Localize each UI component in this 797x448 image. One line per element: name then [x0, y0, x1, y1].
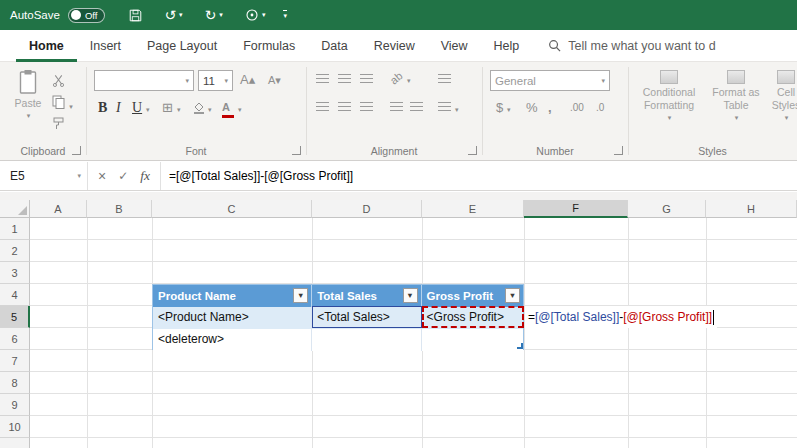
row-header-1[interactable]: 1	[0, 218, 30, 240]
fill-color-icon[interactable]	[192, 101, 205, 117]
tab-home[interactable]: Home	[16, 30, 77, 62]
autosave-toggle[interactable]: Off	[68, 8, 106, 23]
row-header-4[interactable]: 4	[0, 284, 30, 306]
undo-button[interactable]: ↺ ▾	[164, 8, 182, 22]
align-top-icon[interactable]	[316, 74, 329, 84]
column-header-b[interactable]: B	[87, 200, 152, 218]
tab-review[interactable]: Review	[361, 30, 428, 62]
touch-mouse-mode-button[interactable]: ▾	[245, 8, 266, 22]
align-right-icon[interactable]	[360, 102, 373, 112]
active-cell-editor[interactable]: =[@[Total Sales]]-[@[Gross Profit]]	[525, 306, 717, 328]
comma-style-icon[interactable]: ,	[548, 101, 552, 114]
row-header-10[interactable]: 10	[0, 416, 30, 438]
dialog-launcher-icon[interactable]	[468, 146, 477, 155]
column-header-h[interactable]: H	[706, 200, 797, 218]
font-name-select[interactable]: ▾	[94, 70, 194, 91]
conditional-formatting-button[interactable]: Conditional Formatting ▾	[634, 70, 704, 122]
row-header-3[interactable]: 3	[0, 262, 30, 284]
number-format-select[interactable]: General ▾	[490, 70, 610, 91]
row-header-11[interactable]	[0, 438, 30, 448]
row-header-7[interactable]: 7	[0, 350, 30, 372]
column-header-d[interactable]: D	[312, 200, 422, 218]
chevron-down-icon[interactable]: ▾	[507, 106, 511, 114]
merge-center-icon[interactable]	[438, 102, 451, 112]
column-header-g[interactable]: G	[628, 200, 706, 218]
table-header-product-name[interactable]: Product Name ▼	[153, 285, 312, 307]
customize-quick-access-toolbar-icon[interactable]: ▾	[283, 10, 287, 20]
chevron-down-icon[interactable]: ▾	[177, 106, 181, 114]
dialog-launcher-icon[interactable]	[72, 146, 81, 155]
cell-E6[interactable]	[422, 329, 523, 351]
cell-styles-button[interactable]: Cell Styles ▾	[766, 70, 797, 122]
italic-button[interactable]: I	[116, 100, 121, 116]
column-header-a[interactable]: A	[30, 200, 87, 218]
percent-style-icon[interactable]: %	[526, 101, 538, 114]
filter-dropdown-icon[interactable]: ▼	[403, 288, 418, 303]
paste-button[interactable]: Paste ▾	[8, 69, 48, 120]
column-header-f[interactable]: F	[524, 200, 628, 218]
format-painter-button[interactable]	[52, 117, 65, 134]
row-header-5[interactable]: 5	[0, 306, 30, 328]
copy-button[interactable]: ▾	[52, 95, 73, 112]
chevron-down-icon[interactable]: ▾	[407, 77, 411, 85]
filter-dropdown-icon[interactable]: ▼	[505, 288, 520, 303]
chevron-down-icon[interactable]: ▾	[77, 172, 81, 180]
chevron-down-icon[interactable]: ▾	[208, 106, 212, 114]
bold-button[interactable]: B	[98, 100, 107, 116]
table-header-total-sales[interactable]: Total Sales ▼	[312, 285, 421, 307]
name-box[interactable]: E5 ▾	[0, 162, 88, 190]
select-all-corner[interactable]	[0, 200, 30, 218]
cell-D6[interactable]	[312, 329, 421, 351]
font-size-select[interactable]: 11 ▾	[198, 70, 233, 91]
underline-button[interactable]: U	[132, 100, 142, 116]
cell-C6[interactable]: <deleterow>	[153, 329, 312, 351]
tell-me-search[interactable]: Tell me what you want to d	[548, 39, 715, 53]
column-header-e[interactable]: E	[422, 200, 524, 218]
wrap-text-icon[interactable]	[438, 74, 451, 84]
decrease-indent-icon[interactable]	[390, 102, 403, 112]
filter-dropdown-icon[interactable]: ▼	[293, 288, 308, 303]
save-button[interactable]	[129, 9, 142, 22]
table-header-gross-profit[interactable]: Gross Profit ▼	[422, 285, 523, 307]
decrease-font-size-icon[interactable]: A▾	[268, 75, 281, 86]
cancel-icon[interactable]: ×	[98, 168, 106, 184]
tab-formulas[interactable]: Formulas	[230, 30, 308, 62]
dialog-launcher-icon[interactable]	[614, 146, 623, 155]
increase-indent-icon[interactable]	[410, 102, 423, 112]
column-header-c[interactable]: C	[152, 200, 312, 218]
tab-insert[interactable]: Insert	[77, 30, 134, 62]
row-header-8[interactable]: 8	[0, 372, 30, 394]
increase-decimal-icon[interactable]: .00	[570, 103, 584, 113]
cut-button[interactable]	[52, 74, 65, 90]
formula-input[interactable]: =[@[Total Sales]]-[@[Gross Profit]]	[161, 162, 353, 190]
row-header-2[interactable]: 2	[0, 240, 30, 262]
redo-button[interactable]: ↻ ▾	[205, 8, 223, 22]
chevron-down-icon[interactable]: ▾	[146, 106, 150, 114]
orientation-icon[interactable]: ab	[388, 69, 405, 86]
tab-help[interactable]: Help	[481, 30, 533, 62]
cell-C5[interactable]: <Product Name>	[153, 307, 312, 329]
align-center-icon[interactable]	[338, 102, 351, 112]
increase-font-size-icon[interactable]: A▴	[240, 73, 255, 86]
table-resize-handle[interactable]	[517, 343, 523, 349]
chevron-down-icon[interactable]: ▾	[238, 106, 242, 114]
row-header-9[interactable]: 9	[0, 394, 30, 416]
chevron-down-icon[interactable]: ▾	[455, 106, 459, 114]
chevron-down-icon[interactable]: ▾	[262, 11, 266, 19]
chevron-down-icon[interactable]: ▾	[219, 11, 223, 19]
format-as-table-button[interactable]: Format as Table ▾	[708, 70, 764, 122]
chevron-down-icon[interactable]: ▾	[179, 11, 183, 19]
decrease-decimal-icon[interactable]: .0	[596, 103, 604, 113]
insert-function-icon[interactable]: fx	[140, 168, 150, 184]
align-middle-icon[interactable]	[338, 74, 351, 84]
align-left-icon[interactable]	[316, 102, 329, 112]
align-bottom-icon[interactable]	[360, 74, 373, 84]
tab-data[interactable]: Data	[308, 30, 360, 62]
dialog-launcher-icon[interactable]	[292, 146, 301, 155]
font-color-icon[interactable]: A	[222, 100, 234, 118]
accounting-format-icon[interactable]: $	[496, 101, 503, 114]
borders-icon[interactable]: ⊞	[162, 101, 173, 114]
tab-page-layout[interactable]: Page Layout	[134, 30, 230, 62]
row-header-6[interactable]: 6	[0, 328, 30, 350]
tab-view[interactable]: View	[428, 30, 481, 62]
